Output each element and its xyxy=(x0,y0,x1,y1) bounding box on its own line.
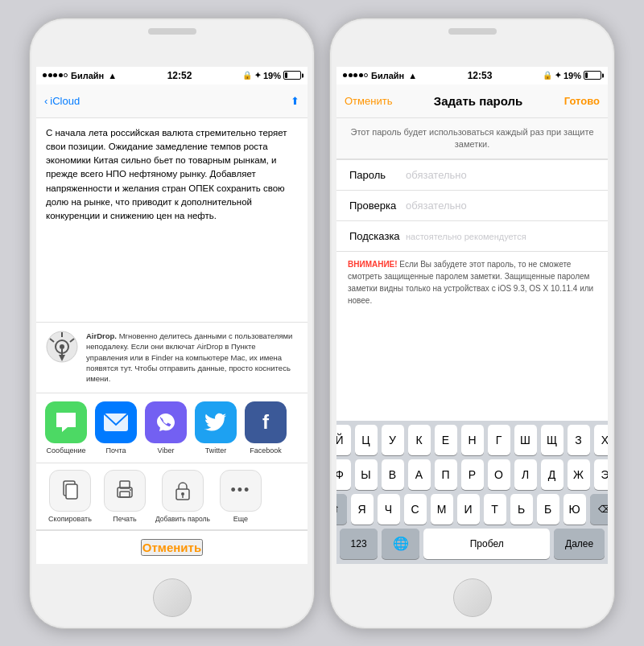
more-label: Еще xyxy=(233,515,248,523)
kb-key-ю[interactable]: Ю xyxy=(564,494,586,525)
kb-key-н[interactable]: Н xyxy=(461,425,484,455)
kb-shift[interactable]: ⇧ xyxy=(336,494,347,525)
kb-key-ь[interactable]: Ь xyxy=(510,494,533,525)
kb-key-в[interactable]: В xyxy=(382,459,404,490)
dot4 xyxy=(59,73,63,77)
kb-key-п[interactable]: П xyxy=(435,459,457,490)
kb-key-т[interactable]: Т xyxy=(484,494,506,525)
actions-row: Скопировать Печать xyxy=(36,463,308,530)
signal-dots xyxy=(43,73,68,77)
kb-key-с[interactable]: С xyxy=(404,494,427,525)
kb-key-р[interactable]: Р xyxy=(461,459,484,490)
messages-icon xyxy=(45,401,87,443)
kb-key-ч[interactable]: Ч xyxy=(378,494,400,525)
kb-space[interactable]: Пробел xyxy=(423,529,550,559)
home-button-1[interactable] xyxy=(153,578,192,617)
pw-input-password[interactable]: обязательно xyxy=(406,169,595,181)
kb-key-б[interactable]: Б xyxy=(537,494,559,525)
dot3-2 xyxy=(353,73,357,77)
airdrop-title: AirDrop. xyxy=(86,331,117,340)
lock-icon-1: 🔒 xyxy=(242,71,252,80)
kb-bottom-row: 123 🌐 Пробел Далее xyxy=(336,525,608,564)
kb-key-ы[interactable]: Ы xyxy=(355,459,378,490)
pw-field-hint[interactable]: Подсказка настоятельно рекомендуется xyxy=(336,220,608,251)
action-more[interactable]: ••• Еще xyxy=(217,470,265,523)
battery-pct-1: 19% xyxy=(263,71,281,80)
phone-1-screen: Билайн ▲ 12:52 🔒 ✦ 19% ‹ iCloud xyxy=(36,67,308,564)
kb-key-и[interactable]: И xyxy=(457,494,480,525)
back-button-1[interactable]: ‹ iCloud xyxy=(44,95,80,107)
action-add-password[interactable]: Добавить пароль xyxy=(155,470,210,523)
airdrop-icon xyxy=(46,331,78,363)
app-mail[interactable]: Почта xyxy=(93,401,139,455)
add-password-label: Добавить пароль xyxy=(155,515,210,523)
pw-input-verify[interactable]: обязательно xyxy=(406,200,595,212)
pw-field-password[interactable]: Пароль обязательно xyxy=(336,159,608,190)
dot3 xyxy=(53,73,57,77)
kb-next[interactable]: Далее xyxy=(554,529,605,559)
app-messages[interactable]: Сообщение xyxy=(43,401,89,455)
kb-globe[interactable]: 🌐 xyxy=(382,529,419,559)
app-twitter[interactable]: Twitter xyxy=(192,401,239,455)
airdrop-section: AirDrop. Мгновенно делитесь данными с по… xyxy=(36,323,308,393)
kb-key-з[interactable]: З xyxy=(568,425,590,455)
pw-fields-block: Пароль обязательно Проверка обязательно … xyxy=(336,159,608,252)
pw-label-hint: Подсказка xyxy=(349,230,406,242)
battery-pct-2: 19% xyxy=(564,71,581,80)
hint-area: Этот пароль будет использоваться каждый … xyxy=(336,118,608,160)
pw-field-verify[interactable]: Проверка обязательно xyxy=(336,190,608,220)
kb-key-э[interactable]: Э xyxy=(594,459,609,490)
upload-icon: ⬆ xyxy=(291,95,299,107)
kb-key-ж[interactable]: Ж xyxy=(568,459,590,490)
kb-key-д[interactable]: Д xyxy=(541,459,564,490)
messages-label: Сообщение xyxy=(47,446,86,455)
pw-hint-text: Этот пароль будет использоваться каждый … xyxy=(336,118,608,159)
kb-key-а[interactable]: А xyxy=(408,459,431,490)
pw-cancel-button[interactable]: Отменить xyxy=(345,95,392,107)
viber-icon xyxy=(145,401,187,443)
kb-key-й[interactable]: Й xyxy=(336,425,351,455)
nav-bar-1: ‹ iCloud ⬆ xyxy=(36,84,308,118)
action-print[interactable]: Печать xyxy=(101,470,149,523)
dot4-2 xyxy=(359,73,363,77)
airdrop-desc: Мгновенно делитесь данными с пользовател… xyxy=(86,331,292,383)
cancel-button-1[interactable]: Отменить xyxy=(141,539,203,556)
kb-key-е[interactable]: Е xyxy=(435,425,457,455)
pw-warning: ВНИМАНИЕ! Если Вы забудете этот пароль, … xyxy=(336,252,608,313)
mail-label: Почта xyxy=(106,446,126,455)
kb-key-к[interactable]: К xyxy=(408,425,431,455)
kb-key-г[interactable]: Г xyxy=(488,425,510,455)
kb-row-2: Ф Ы В А П Р О Л Д Ж Э xyxy=(336,455,608,490)
action-copy[interactable]: Скопировать xyxy=(46,470,94,523)
app-viber[interactable]: Viber xyxy=(142,401,189,455)
carrier-2: Билайн xyxy=(371,71,404,80)
copy-icon xyxy=(49,470,91,512)
note-text: С начала лета российская валюта стремите… xyxy=(36,118,308,232)
dot2 xyxy=(48,73,52,77)
kb-key-х[interactable]: Х xyxy=(594,425,609,455)
bt-icon-1: ✦ xyxy=(254,71,261,80)
kb-numbers[interactable]: 123 xyxy=(340,529,378,559)
kb-row-3: ⇧ Я Ч С М И Т Ь Б Ю ⌫ xyxy=(336,490,608,525)
kb-key-я[interactable]: Я xyxy=(351,494,374,525)
kb-key-ш[interactable]: Ш xyxy=(514,425,537,455)
kb-key-ф[interactable]: Ф xyxy=(336,459,351,490)
pw-done-button[interactable]: Готово xyxy=(564,95,600,107)
phone-2-screen: Билайн ▲ 12:53 🔒 ✦ 19% Отменить Задать п… xyxy=(336,67,608,564)
kb-key-щ[interactable]: Щ xyxy=(541,425,564,455)
home-button-2[interactable] xyxy=(453,578,492,617)
kb-key-у[interactable]: У xyxy=(382,425,404,455)
status-left-1: Билайн ▲ xyxy=(43,71,117,80)
pw-input-hint[interactable]: настоятельно рекомендуется xyxy=(406,232,595,241)
kb-key-л[interactable]: Л xyxy=(514,459,537,490)
password-nav: Отменить Задать пароль Готово xyxy=(336,84,608,118)
kb-key-м[interactable]: М xyxy=(431,494,453,525)
kb-key-о[interactable]: О xyxy=(488,459,510,490)
kb-delete[interactable]: ⌫ xyxy=(590,494,609,525)
app-facebook[interactable]: f Facebook xyxy=(242,401,289,455)
more-icon: ••• xyxy=(220,470,262,512)
upload-button[interactable]: ⬆ xyxy=(291,95,299,107)
kb-key-ц[interactable]: Ц xyxy=(355,425,378,455)
back-label-1[interactable]: iCloud xyxy=(50,95,80,107)
pw-label-verify: Проверка xyxy=(349,200,406,212)
